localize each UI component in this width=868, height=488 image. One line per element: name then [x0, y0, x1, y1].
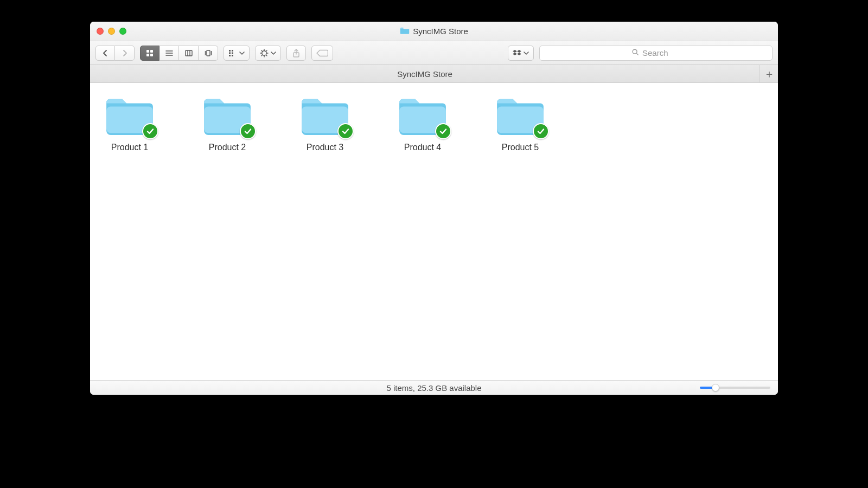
nav-controls	[95, 46, 135, 61]
minimize-window-button[interactable]	[108, 28, 115, 35]
view-list-button[interactable]	[159, 46, 179, 61]
svg-line-25	[266, 55, 267, 55]
action-button[interactable]	[255, 46, 281, 61]
svg-rect-7	[186, 50, 192, 56]
svg-marker-32	[517, 53, 521, 55]
svg-rect-15	[229, 55, 231, 56]
svg-rect-14	[229, 52, 231, 54]
status-bar: 5 items, 25.3 GB available	[90, 380, 778, 395]
folder-item[interactable]: Product 5	[490, 95, 550, 152]
toolbar	[90, 41, 778, 65]
svg-line-26	[261, 55, 262, 55]
tab-bar: SyncIMG Store ＋	[90, 65, 778, 83]
folder-label: Product 5	[502, 143, 539, 152]
folder-icon	[400, 27, 410, 36]
sync-ok-badge-icon	[435, 123, 451, 139]
svg-rect-10	[207, 50, 210, 56]
icon-size-slider[interactable]	[700, 387, 770, 389]
arrange-button[interactable]	[224, 46, 250, 61]
svg-rect-17	[232, 52, 233, 54]
folder-label: Product 2	[209, 143, 246, 152]
view-mode-controls	[140, 46, 218, 61]
title-bar: SyncIMG Store	[90, 22, 778, 41]
search-icon	[631, 48, 642, 57]
view-columns-button[interactable]	[179, 46, 199, 61]
svg-rect-16	[232, 50, 233, 52]
window-title: SyncIMG Store	[90, 27, 778, 36]
folder-icon	[396, 95, 449, 137]
svg-rect-13	[229, 50, 231, 52]
folder-label: Product 3	[307, 143, 343, 152]
folder-item[interactable]: Product 1	[100, 95, 159, 152]
folder-icon	[201, 95, 254, 137]
folder-item[interactable]: Product 4	[393, 95, 452, 152]
new-tab-button[interactable]: ＋	[760, 65, 778, 82]
svg-marker-29	[513, 50, 517, 53]
svg-rect-2	[146, 54, 149, 56]
svg-line-34	[637, 54, 639, 55]
finder-window: SyncIMG Store	[90, 22, 778, 395]
svg-rect-0	[146, 50, 149, 53]
folder-label: Product 1	[111, 143, 148, 152]
svg-point-33	[633, 49, 637, 54]
svg-rect-18	[232, 55, 233, 56]
slider-knob[interactable]	[712, 384, 719, 391]
close-window-button[interactable]	[97, 28, 104, 35]
share-button[interactable]	[286, 46, 306, 61]
folder-item[interactable]: Product 2	[197, 95, 257, 152]
svg-marker-31	[513, 53, 517, 55]
view-gallery-button[interactable]	[199, 46, 218, 61]
window-controls	[90, 28, 126, 35]
sync-ok-badge-icon	[533, 123, 549, 139]
tab-current[interactable]: SyncIMG Store	[90, 69, 760, 79]
svg-marker-30	[517, 50, 521, 53]
content-area[interactable]: Product 1 Product 2 Product 3 Product 4 …	[90, 83, 778, 380]
status-text: 5 items, 25.3 GB available	[90, 383, 778, 393]
svg-point-19	[262, 50, 266, 55]
folder-label: Product 4	[404, 143, 441, 152]
search-field[interactable]	[539, 46, 773, 61]
search-input[interactable]	[642, 48, 680, 57]
svg-rect-1	[150, 50, 153, 53]
svg-line-27	[266, 50, 267, 51]
sync-ok-badge-icon	[337, 123, 354, 139]
forward-button[interactable]	[115, 46, 135, 61]
sync-ok-badge-icon	[142, 123, 158, 139]
view-icons-button[interactable]	[140, 46, 159, 61]
window-title-text: SyncIMG Store	[413, 27, 468, 36]
folder-icon	[103, 95, 156, 137]
folder-item[interactable]: Product 3	[295, 95, 355, 152]
svg-rect-3	[150, 54, 153, 56]
back-button[interactable]	[95, 46, 115, 61]
svg-line-24	[261, 50, 262, 51]
folder-icon	[494, 95, 547, 137]
folder-icon	[298, 95, 352, 137]
tags-button[interactable]	[311, 46, 333, 61]
sync-ok-badge-icon	[240, 123, 256, 139]
zoom-window-button[interactable]	[119, 28, 126, 35]
dropbox-button[interactable]	[508, 46, 534, 61]
